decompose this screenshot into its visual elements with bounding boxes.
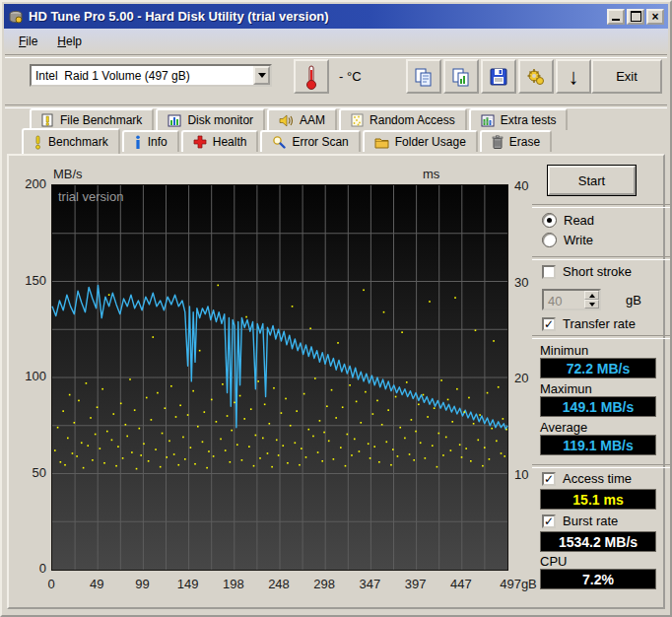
tab-health[interactable]: Health [181,130,259,152]
tab-folder-usage[interactable]: Folder Usage [363,130,478,152]
benchmark-plot: trial version [52,185,507,570]
maximum-label: Maximun [540,381,592,396]
y-right-axis-title: ms [423,167,439,181]
cpu-value: 7.2% [540,569,656,589]
benchmark-icon [34,135,42,150]
drive-select-value: Intel Raid 1 Volume (497 gB) [32,69,253,83]
checkbox-checked-icon: ✓ [542,317,556,331]
maximum-value: 149.1 MB/s [540,396,656,417]
tab-error-scan[interactable]: Error Scan [260,130,360,152]
tab-label: Health [213,135,247,149]
trial-watermark: trial version [58,189,123,204]
x-tick: 397 [396,577,436,591]
minimize-icon [612,16,620,21]
y-left-tick: 200 [11,176,46,190]
burst-rate-label: Burst rate [563,514,618,528]
save-icon [489,67,508,87]
tab-label: AAM [300,113,325,127]
short-stroke-unit: gB [626,293,641,308]
acoustic-manager-icon [526,67,546,87]
down-arrow-icon: ↓ [569,66,579,88]
tab-random-access[interactable]: Random Access [339,108,467,130]
access-time-checkbox[interactable]: ✓ Access time [542,471,632,486]
chevron-down-icon [589,303,595,307]
spin-down-button[interactable] [584,300,599,308]
short-stroke-checkbox[interactable]: Short stroke [542,264,632,279]
window-title: HD Tune Pro 5.00 - Hard Disk Utility (tr… [29,9,605,24]
checkbox-checked-icon: ✓ [542,472,556,486]
minimum-label: Minimun [540,343,588,358]
y-left-tick: 50 [11,465,46,479]
burst-rate-checkbox[interactable]: ✓ Burst rate [542,514,618,528]
exit-button[interactable]: Exit [591,59,662,94]
maximize-icon [631,11,641,22]
tab-info[interactable]: Info [122,130,179,152]
x-tick: 298 [304,577,344,591]
separator [532,464,670,468]
minimize-button[interactable] [607,9,625,25]
y-left-tick: 0 [11,561,46,575]
y-right-tick: 40 [514,178,528,192]
x-tick: 149 [168,577,208,591]
menu-bar: File Help [4,29,668,54]
average-label: Average [540,420,587,435]
benchmark-plot-area: trial version [51,184,508,571]
aam-speaker-icon [279,114,294,127]
close-button[interactable]: × [646,9,664,25]
benchmark-panel: MB/s ms 200150100500 40302010 0499914919… [7,154,665,609]
tab-erase[interactable]: Erase [480,130,552,152]
copy-results-button[interactable] [443,59,479,94]
copy-icon [414,67,434,87]
menu-help[interactable]: Help [50,32,89,51]
y-right-tick: 30 [514,275,528,289]
tab-label: Disk monitor [187,113,253,127]
x-tick: 347 [350,577,389,591]
disk-monitor-icon [168,114,181,127]
tab-extra-tests[interactable]: Extra tests [469,108,569,130]
copy-button[interactable] [406,59,441,94]
exit-label: Exit [616,69,638,84]
radio-unselected-icon [542,233,557,247]
temperature-button[interactable] [294,59,329,94]
drive-select-dropdown-button[interactable] [253,66,270,85]
tab-label: Error Scan [292,135,348,149]
write-label: Write [564,233,593,247]
health-icon [193,135,207,149]
read-radio[interactable]: Read [542,213,594,228]
y-right-tick: 10 [514,467,528,481]
temperature-value: - °C [339,69,362,84]
toolbar: Intel Raid 1 Volume (497 gB) - °C [4,56,668,103]
save-button[interactable] [481,59,516,94]
maximize-button[interactable] [627,9,644,25]
y-left-tick: 100 [11,369,46,382]
average-value: 119.1 MB/s [540,435,656,455]
transfer-rate-checkbox[interactable]: ✓ Transfer rate [542,316,636,331]
short-stroke-size-input[interactable]: 40 [542,289,601,310]
tab-file-benchmark[interactable]: File Benchmark [30,108,154,130]
acoustic-manager-button[interactable] [518,59,554,94]
start-button[interactable]: Start [548,166,636,195]
error-scan-icon [272,135,286,149]
write-radio[interactable]: Write [542,233,593,247]
erase-icon [492,135,504,149]
short-stroke-label: Short stroke [563,264,632,279]
separator [532,335,670,339]
minimize-to-tray-button[interactable]: ↓ [556,59,591,94]
tab-benchmark[interactable]: Benchmark [22,128,120,154]
y-left-axis-title: MB/s [53,167,83,181]
tab-label: Folder Usage [395,135,466,149]
x-tick: 248 [259,577,299,591]
info-icon [134,135,142,149]
access-time-value: 15.1 ms [540,489,656,510]
tab-label: Info [148,135,168,149]
tab-disk-monitor[interactable]: Disk monitor [156,108,265,130]
close-icon: × [651,11,658,23]
y-right-tick: 20 [514,371,528,384]
access-time-label: Access time [563,471,632,486]
drive-select[interactable]: Intel Raid 1 Volume (497 gB) [30,64,272,87]
spin-up-button[interactable] [584,291,599,300]
x-tick: 99 [122,577,162,591]
tab-aam[interactable]: AAM [267,108,337,130]
menu-file[interactable]: File [12,32,44,51]
chevron-up-icon [589,294,595,298]
